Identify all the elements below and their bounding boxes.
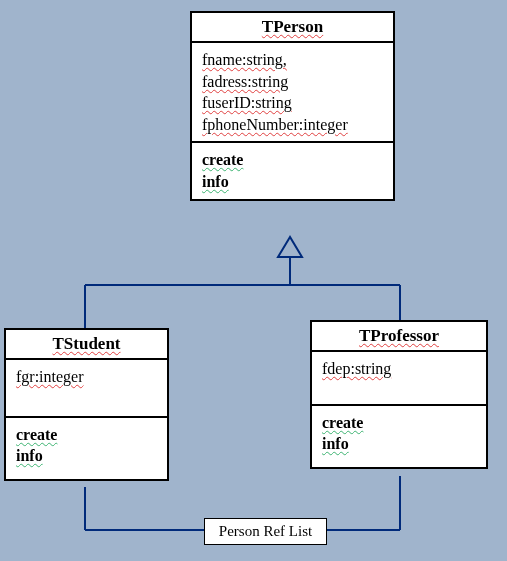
op: create — [322, 412, 476, 434]
class-professor-ops: create info — [312, 406, 486, 467]
class-professor: TProfessor fdep:string create info — [310, 320, 488, 469]
op: info — [16, 445, 157, 467]
class-person: TPerson fname:string, fadress:string fus… — [190, 11, 395, 201]
op: info — [202, 171, 383, 193]
attr: fphoneNumber:integer — [202, 114, 383, 136]
attr: fdep:string — [322, 358, 476, 380]
class-student-title: TStudent — [6, 330, 167, 360]
op: create — [202, 149, 383, 171]
attr: fname:string, — [202, 49, 383, 71]
attr: fgr:integer — [16, 366, 157, 388]
class-student-attrs: fgr:integer — [6, 360, 167, 418]
class-person-ops: create info — [192, 143, 393, 198]
class-person-title: TPerson — [192, 13, 393, 43]
class-student-ops: create info — [6, 418, 167, 479]
svg-marker-0 — [278, 237, 302, 257]
person-ref-list-label: Person Ref List — [219, 523, 312, 539]
op: info — [322, 433, 476, 455]
op: create — [16, 424, 157, 446]
attr: fadress:string — [202, 71, 383, 93]
attr: fuserID:string — [202, 92, 383, 114]
class-person-attrs: fname:string, fadress:string fuserID:str… — [192, 43, 393, 143]
class-professor-title: TProfessor — [312, 322, 486, 352]
class-professor-attrs: fdep:string — [312, 352, 486, 406]
person-ref-list: Person Ref List — [204, 518, 327, 545]
class-student: TStudent fgr:integer create info — [4, 328, 169, 481]
